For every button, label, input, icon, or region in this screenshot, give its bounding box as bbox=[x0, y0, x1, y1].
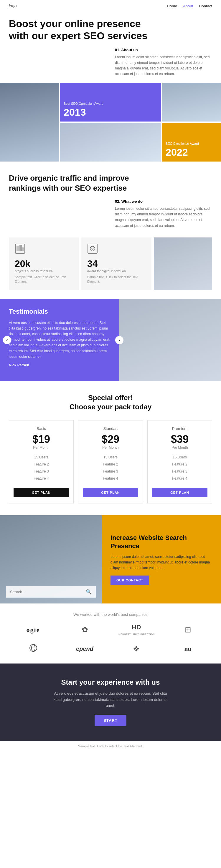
photo-tablet bbox=[60, 123, 161, 161]
logo-flower: ✿ bbox=[82, 625, 88, 634]
nav-home[interactable]: Home bbox=[167, 4, 177, 8]
pricing-card-basic: Basic $19 Per Month 15 Users Feature 2 F… bbox=[9, 420, 74, 503]
feature-premium-3: Feature 3 bbox=[172, 468, 187, 475]
pricing-heading: Special offer! Choose your pack today bbox=[9, 393, 212, 411]
seo-heading: Drive organic traffic and improve rankin… bbox=[9, 173, 133, 193]
logo-grid-icon: ⊞ bbox=[185, 625, 191, 634]
feature-basic-2: Feature 2 bbox=[34, 461, 49, 468]
svg-point-5 bbox=[90, 246, 95, 251]
plan-name-premium: Premium bbox=[172, 426, 187, 431]
about-right: 01. About us Lorem ipsum dolor sit amet,… bbox=[115, 48, 212, 77]
plan-features-premium: 15 Users Feature 2 Feature 3 Feature 4 bbox=[172, 454, 187, 482]
testimonials-title: Testimonials bbox=[9, 308, 111, 315]
plan-features-standart: 15 Users Feature 2 Feature 3 Feature 4 bbox=[103, 454, 118, 482]
pricing-card-premium: Premium $39 Per Month 15 Users Feature 2… bbox=[147, 420, 212, 503]
get-plan-standart[interactable]: GET PLAN bbox=[83, 488, 138, 497]
stat-number-2: 34 bbox=[87, 258, 145, 269]
feature-basic-1: 15 Users bbox=[34, 454, 49, 461]
feature-standart-3: Feature 3 bbox=[103, 468, 118, 475]
svg-rect-2 bbox=[20, 245, 22, 251]
award-2013-label: Best SEO Campaign Award bbox=[64, 102, 157, 105]
stat-desc-2: Sample text. Click to select the Text El… bbox=[87, 275, 145, 284]
award-2022-label: SEO Excellence Award bbox=[166, 142, 218, 145]
navbar: logo Home About Contact bbox=[0, 0, 221, 12]
stat-box-1: 20k projects success rate 99% Sample tex… bbox=[9, 238, 79, 290]
award-2022-year: 2022 bbox=[166, 147, 218, 158]
nav-contact[interactable]: Contact bbox=[199, 4, 212, 8]
about-label: 01. About us bbox=[115, 48, 212, 52]
whatwedo-right: 02. What we do Lorem ipsum dolor sit ame… bbox=[115, 199, 212, 228]
logo-ogie: ogie bbox=[27, 626, 40, 634]
cta-contact-button[interactable]: OUR CONTACT bbox=[111, 576, 149, 585]
footer-heading: Start your experience with us bbox=[9, 678, 212, 686]
logo-dots: ❖ bbox=[133, 644, 140, 653]
search-input[interactable] bbox=[6, 586, 82, 598]
logo-hd-text: HD bbox=[118, 624, 155, 631]
hero-section: Boost your online presence with our expe… bbox=[0, 12, 221, 45]
plan-period-premium: Per Month bbox=[171, 445, 188, 450]
plan-features-basic: 15 Users Feature 2 Feature 3 Feature 4 bbox=[34, 454, 49, 482]
cta-image: 🔍 bbox=[0, 515, 102, 603]
logo: logo bbox=[9, 3, 17, 8]
cta-section: 🔍 Increase Website Search Presence Lorem… bbox=[0, 515, 221, 603]
whatwedo-section: 02. What we do Lorem ipsum dolor sit ame… bbox=[0, 196, 221, 235]
feature-basic-4: Feature 4 bbox=[34, 475, 49, 482]
plan-name-standart: Standart bbox=[103, 426, 117, 431]
stat-label-1: projects success rate 99% bbox=[15, 269, 73, 273]
feature-basic-3: Feature 3 bbox=[34, 468, 49, 475]
next-button[interactable]: › bbox=[115, 336, 123, 344]
award-2022: SEO Excellence Award 2022 bbox=[162, 123, 221, 161]
testimonials-author: Nick Parsen bbox=[9, 363, 111, 367]
cta-heading: Increase Website Search Presence bbox=[111, 534, 212, 551]
plan-price-basic: $19 bbox=[32, 433, 50, 445]
svg-rect-3 bbox=[22, 247, 24, 251]
plan-price-premium: $39 bbox=[171, 433, 189, 445]
testimonials-left: Testimonials At vero eos et accusam et j… bbox=[0, 299, 119, 381]
start-button[interactable]: START bbox=[94, 715, 126, 726]
image-grid: Best SEO Campaign Award 2013 SEO Excelle… bbox=[0, 83, 221, 161]
get-plan-basic[interactable]: GET PLAN bbox=[13, 488, 69, 497]
stat-icon-2 bbox=[87, 243, 145, 256]
stat-label-2: award for digital innovation bbox=[87, 269, 145, 273]
whatwedo-text: Lorem ipsum dolor sit amet, consectetur … bbox=[115, 206, 212, 228]
stats-row: 20k projects success rate 99% Sample tex… bbox=[0, 235, 221, 296]
nav-about[interactable]: About bbox=[183, 4, 193, 8]
footer-note: Sample text. Click to select the Text El… bbox=[0, 741, 221, 751]
stat-icon-1 bbox=[15, 243, 73, 256]
plan-price-standart: $29 bbox=[102, 433, 119, 445]
companies-section: We worked with the world's best companie… bbox=[0, 603, 221, 663]
search-bar: 🔍 bbox=[6, 586, 96, 598]
pricing-section: Special offer! Choose your pack today Ba… bbox=[0, 381, 221, 515]
logo-circle-icon bbox=[29, 643, 38, 655]
stat-desc-1: Sample text. Click to select the Text El… bbox=[15, 275, 73, 284]
plan-period-standart: Per Month bbox=[102, 445, 118, 450]
get-plan-premium[interactable]: GET PLAN bbox=[152, 488, 208, 497]
feature-premium-2: Feature 2 bbox=[172, 461, 187, 468]
logo-hd-sub: INDUSTRY LINKS DIRECTION bbox=[118, 633, 155, 636]
testimonials-image bbox=[119, 299, 221, 381]
feature-standart-4: Feature 4 bbox=[103, 475, 118, 482]
svg-rect-1 bbox=[17, 246, 19, 251]
footer-text: At vero eos et accusam et justo duo dolo… bbox=[52, 690, 169, 709]
plan-name-basic: Basic bbox=[36, 426, 46, 431]
cta-right: Increase Website Search Presence Lorem i… bbox=[102, 515, 221, 603]
photo-woman2 bbox=[162, 83, 221, 122]
logo-epend: epend bbox=[76, 646, 93, 652]
about-section: 01. About us Lorem ipsum dolor sit amet,… bbox=[0, 45, 221, 83]
feature-standart-2: Feature 2 bbox=[103, 461, 118, 468]
cta-text: Lorem ipsum dolor sit amet, consectetur … bbox=[111, 554, 212, 571]
prev-button[interactable]: ‹ bbox=[3, 336, 11, 344]
companies-label: We worked with the world's best companie… bbox=[9, 612, 212, 617]
feature-standart-1: 15 Users bbox=[103, 454, 118, 461]
stat-image bbox=[154, 238, 212, 290]
hero-heading: Boost your online presence with our expe… bbox=[9, 18, 156, 42]
photo-woman bbox=[0, 83, 59, 161]
pricing-card-standart: Standart $29 Per Month 15 Users Feature … bbox=[78, 420, 143, 503]
award-2013-year: 2013 bbox=[64, 106, 157, 118]
nav-links: Home About Contact bbox=[167, 4, 212, 8]
feature-premium-1: 15 Users bbox=[172, 454, 187, 461]
stat-number-1: 20k bbox=[15, 258, 73, 269]
feature-premium-4: Feature 4 bbox=[172, 475, 187, 482]
testimonials-section: Testimonials At vero eos et accusam et j… bbox=[0, 299, 221, 381]
search-button[interactable]: 🔍 bbox=[82, 586, 96, 598]
